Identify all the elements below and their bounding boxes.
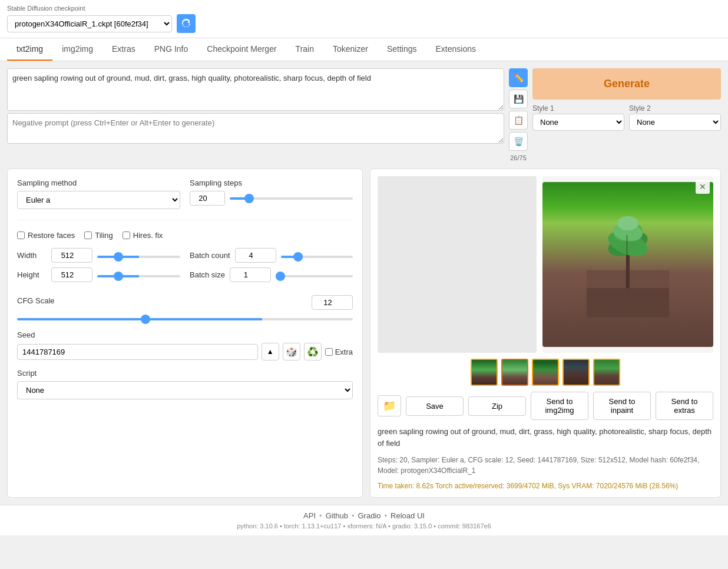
generated-image: [542, 182, 713, 347]
tab-tokenizer[interactable]: Tokenizer: [323, 38, 378, 61]
output-panel: ✕: [370, 168, 721, 498]
sampling-method-col: Sampling method Euler a: [17, 178, 180, 209]
tab-img2img[interactable]: img2img: [52, 38, 102, 61]
steps-slider[interactable]: [230, 197, 353, 200]
steps-row: [190, 191, 353, 206]
tab-png-info[interactable]: PNG Info: [145, 38, 198, 61]
save-button[interactable]: Save: [406, 396, 464, 416]
output-info: green sapling rowing out of ground, mud,…: [378, 426, 713, 449]
thumbnail-3[interactable]: [532, 359, 559, 386]
footer-github-link[interactable]: Github: [326, 511, 348, 520]
thumbnail-4[interactable]: [562, 359, 590, 386]
batch-count-row: Batch count: [190, 248, 353, 263]
folder-icon: 📁: [383, 399, 396, 412]
trash-button[interactable]: 🗑️: [509, 132, 528, 151]
output-images-area: ✕: [378, 176, 713, 353]
thumbnail-5[interactable]: [593, 359, 620, 386]
tab-train[interactable]: Train: [286, 38, 323, 61]
refresh-checkpoint-button[interactable]: [177, 14, 196, 33]
tab-settings[interactable]: Settings: [378, 38, 426, 61]
width-input[interactable]: [51, 248, 92, 263]
load-style-button[interactable]: 📋: [509, 111, 528, 130]
cfg-slider[interactable]: [17, 318, 353, 320]
dim-batch-row: Width Height: [17, 248, 353, 287]
prompt-buttons: ✏️ 💾 📋 🗑️ 26/75: [509, 68, 528, 161]
batch-count-slider[interactable]: [281, 256, 353, 258]
restore-faces-checkbox[interactable]: Restore faces: [17, 231, 75, 240]
generate-section: Generate Style 1 None Style 2 None: [532, 68, 721, 161]
style2-label: Style 2: [629, 104, 721, 113]
cfg-input[interactable]: [312, 295, 353, 310]
tiling-checkbox[interactable]: Tiling: [84, 231, 113, 240]
save-style-button[interactable]: 💾: [509, 90, 528, 108]
thumbnail-2[interactable]: [501, 359, 528, 386]
batch-size-input[interactable]: [230, 267, 271, 282]
refresh-icon: [181, 19, 191, 28]
height-row: Height: [17, 267, 180, 282]
extra-checkbox[interactable]: [325, 348, 333, 356]
negative-prompt[interactable]: [7, 113, 504, 144]
style2-col: Style 2 None: [629, 104, 721, 131]
close-image-button[interactable]: ✕: [696, 180, 710, 194]
width-slider-wrap: [97, 251, 180, 260]
batch-size-slider[interactable]: [276, 275, 353, 277]
prompt-generate-row: ✏️ 💾 📋 🗑️ 26/75 Generate Style 1 None St…: [7, 68, 721, 161]
footer-links: API • Github • Gradio • Reload UI: [6, 511, 722, 520]
height-slider[interactable]: [97, 275, 180, 277]
footer-api-link[interactable]: API: [303, 511, 316, 520]
checkpoint-select[interactable]: protogenX34OfficialR_1.ckpt [60fe2f34]: [7, 15, 172, 32]
send-to-extras-button[interactable]: Send to extras: [656, 392, 713, 420]
svg-point-7: [617, 216, 638, 230]
seed-recycle-button[interactable]: ♻️: [304, 343, 322, 360]
footer-gradio-link[interactable]: Gradio: [358, 511, 381, 520]
sampling-method-label: Sampling method: [17, 178, 180, 187]
style1-select[interactable]: None: [532, 114, 624, 131]
sapling-svg: [587, 211, 669, 317]
seed-row: ▲ 🎲 ♻️ Extra: [17, 343, 353, 360]
tab-extensions[interactable]: Extensions: [426, 38, 485, 61]
footer-meta: python: 3.10.6 • torch: 1.13.1+cu117 • x…: [6, 522, 722, 530]
seed-dice-button[interactable]: 🎲: [283, 343, 300, 360]
hires-fix-checkbox[interactable]: Hires. fix: [123, 231, 163, 240]
send-to-inpaint-button[interactable]: Send to inpaint: [593, 392, 651, 420]
thumbnail-1[interactable]: [471, 359, 498, 386]
batch-size-row: Batch size: [190, 267, 353, 282]
tab-extras[interactable]: Extras: [102, 38, 145, 61]
zip-button[interactable]: Zip: [468, 396, 526, 416]
batch-count-label: Batch count: [190, 251, 230, 260]
tab-checkpoint-merger[interactable]: Checkpoint Merger: [197, 38, 286, 61]
send-to-img2img-button[interactable]: Send to img2img: [531, 392, 588, 420]
tab-txt2img[interactable]: txt2img: [7, 38, 52, 61]
script-label: Script: [17, 369, 353, 378]
seed-input[interactable]: [17, 344, 258, 360]
width-label: Width: [17, 251, 47, 260]
checkpoint-label: Stable Diffusion checkpoint: [7, 5, 721, 12]
style1-label: Style 1: [532, 104, 624, 113]
height-slider-wrap: [97, 270, 180, 279]
style2-select[interactable]: None: [629, 114, 721, 131]
seed-section: Seed ▲ 🎲 ♻️ Extra: [17, 330, 353, 360]
sampling-method-select[interactable]: Euler a: [17, 191, 180, 209]
image-display: ✕: [542, 176, 713, 353]
sampling-row: Sampling method Euler a Sampling steps: [17, 178, 353, 209]
script-section: Script None: [17, 369, 353, 399]
batch-count-input[interactable]: [235, 248, 276, 263]
thumbnails-row: [378, 359, 713, 386]
seed-up-button[interactable]: ▲: [262, 343, 279, 360]
edit-prompt-button[interactable]: ✏️: [509, 68, 528, 87]
cfg-section: CFG Scale: [17, 295, 353, 322]
cfg-label: CFG Scale: [17, 296, 55, 305]
footer-reload-link[interactable]: Reload UI: [391, 511, 425, 520]
extra-checkbox-label[interactable]: Extra: [325, 348, 353, 356]
checkpoint-row: protogenX34OfficialR_1.ckpt [60fe2f34]: [7, 14, 721, 33]
width-row: Width: [17, 248, 180, 263]
prompt-inputs: [7, 68, 504, 161]
style1-col: Style 1 None: [532, 104, 624, 131]
width-slider[interactable]: [97, 256, 180, 258]
positive-prompt[interactable]: [7, 68, 504, 111]
script-select[interactable]: None: [17, 381, 353, 399]
generate-button[interactable]: Generate: [532, 68, 721, 100]
height-input[interactable]: [51, 267, 92, 282]
open-folder-button[interactable]: 📁: [378, 395, 401, 416]
steps-input[interactable]: [190, 191, 225, 206]
